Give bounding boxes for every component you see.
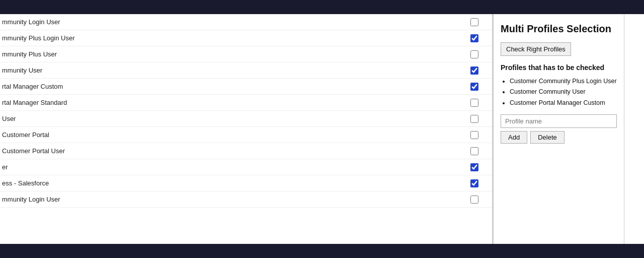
checkbox-wrap <box>462 131 487 139</box>
profile-checkbox[interactable] <box>470 18 478 26</box>
profile-checkbox[interactable] <box>470 83 478 91</box>
top-bar <box>0 0 644 14</box>
profile-item-name: mmunity User <box>2 67 462 74</box>
profile-item-name: Customer Portal User <box>2 147 462 155</box>
checkbox-wrap <box>462 67 487 75</box>
profile-checkbox[interactable] <box>470 115 478 123</box>
list-item: er <box>0 159 492 175</box>
profile-checkbox[interactable] <box>470 179 478 187</box>
profile-checkbox[interactable] <box>470 147 478 155</box>
profile-item-name: Customer Portal <box>2 131 462 139</box>
profile-item-name: mmunity Login User <box>2 196 462 203</box>
check-profiles-button[interactable]: Check Right Profiles <box>501 42 571 56</box>
checkbox-wrap <box>462 34 487 42</box>
list-item: Customer Portal <box>0 127 492 143</box>
profile-item-name: mmunity Plus User <box>2 50 462 58</box>
checkbox-wrap <box>462 196 487 204</box>
checkbox-wrap <box>462 147 487 155</box>
list-item: mmunity Login User <box>0 191 492 208</box>
profile-list: mmunity Login Usermmunity Plus Login Use… <box>0 14 492 208</box>
profile-item-name: er <box>2 163 462 171</box>
checkbox-wrap <box>462 99 487 107</box>
required-profile-item: Customer Community User <box>510 88 617 97</box>
profile-checkbox[interactable] <box>470 196 478 204</box>
profile-checkbox[interactable] <box>470 131 478 139</box>
right-panel: Multi Profiles Selection Check Right Pro… <box>493 14 624 244</box>
profile-checkbox[interactable] <box>470 99 478 107</box>
profile-checkbox[interactable] <box>470 163 478 171</box>
profile-item-name: User <box>2 115 462 122</box>
extra-panel <box>624 14 644 244</box>
profile-item-name: rtal Manager Custom <box>2 83 462 90</box>
checkbox-wrap <box>462 18 487 26</box>
list-item: rtal Manager Custom <box>0 79 492 95</box>
action-buttons: Add Delete <box>501 131 617 144</box>
checkbox-wrap <box>462 115 487 123</box>
delete-button[interactable]: Delete <box>530 131 565 144</box>
checkbox-wrap <box>462 50 487 58</box>
profile-item-name: mmunity Plus Login User <box>2 34 462 42</box>
main-content: mmunity Login Usermmunity Plus Login Use… <box>0 14 644 244</box>
list-item: mmunity Login User <box>0 14 492 30</box>
required-profile-item: Customer Community Plus Login User <box>510 77 617 86</box>
checkbox-wrap <box>462 179 487 187</box>
profile-checkbox[interactable] <box>470 34 478 42</box>
required-profile-item: Customer Portal Manager Custom <box>510 99 617 108</box>
bottom-bar <box>0 244 644 258</box>
required-profiles-list: Customer Community Plus Login UserCustom… <box>501 77 617 108</box>
list-item: Customer Portal User <box>0 143 492 159</box>
profile-item-name: mmunity Login User <box>2 18 462 26</box>
left-panel: mmunity Login Usermmunity Plus Login Use… <box>0 14 492 244</box>
list-item: ess - Salesforce <box>0 175 492 191</box>
profile-name-input[interactable] <box>501 114 617 128</box>
profile-checkbox[interactable] <box>470 67 478 75</box>
profiles-header: Profiles that has to be checked <box>501 63 617 73</box>
checkbox-wrap <box>462 163 487 171</box>
add-button[interactable]: Add <box>501 131 527 144</box>
checkbox-wrap <box>462 83 487 91</box>
profile-item-name: rtal Manager Standard <box>2 99 462 106</box>
list-item: rtal Manager Standard <box>0 95 492 111</box>
list-item: mmunity Plus Login User <box>0 30 492 46</box>
profile-checkbox[interactable] <box>470 50 478 58</box>
profile-item-name: ess - Salesforce <box>2 179 462 187</box>
panel-title: Multi Profiles Selection <box>501 22 617 35</box>
list-item: User <box>0 111 492 127</box>
list-item: mmunity Plus User <box>0 46 492 62</box>
list-item: mmunity User <box>0 62 492 79</box>
